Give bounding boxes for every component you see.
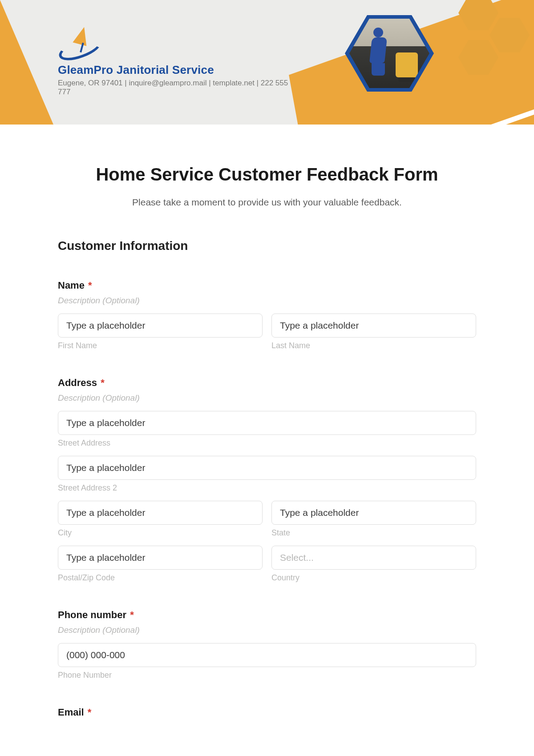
field-address: Address * Description (Optional) Street … bbox=[58, 377, 476, 583]
section-customer-info: Customer Information bbox=[58, 239, 476, 253]
street-address-input[interactable] bbox=[58, 411, 476, 435]
street-address-2-input[interactable] bbox=[58, 456, 476, 480]
city-input[interactable] bbox=[58, 501, 263, 525]
address-description: Description (Optional) bbox=[58, 393, 476, 403]
janitor-figure-icon bbox=[364, 28, 387, 76]
postal-zip-input[interactable] bbox=[58, 546, 263, 570]
brand-name: GleamPro Janitorial Service bbox=[58, 63, 289, 77]
last-name-input[interactable] bbox=[271, 314, 476, 338]
brand-contact: Eugene, OR 97401 | inquire@gleampro.mail… bbox=[58, 79, 289, 97]
form-page: Home Service Customer Feedback Form Plea… bbox=[0, 125, 534, 736]
header: GleamPro Janitorial Service Eugene, OR 9… bbox=[0, 0, 534, 125]
postal-zip-sublabel: Postal/Zip Code bbox=[58, 573, 263, 583]
phone-number-sublabel: Phone Number bbox=[58, 671, 476, 680]
name-label-text: Name bbox=[58, 280, 85, 291]
name-label: Name * bbox=[58, 280, 476, 291]
field-email: Email * bbox=[58, 707, 476, 718]
hero-hex bbox=[338, 9, 441, 98]
street-address-2-sublabel: Street Address 2 bbox=[58, 483, 476, 493]
state-sublabel: State bbox=[271, 528, 476, 538]
required-mark: * bbox=[101, 377, 105, 388]
country-select[interactable]: Select... bbox=[271, 546, 476, 570]
page-title: Home Service Customer Feedback Form bbox=[58, 165, 476, 185]
header-graphic-left bbox=[0, 0, 53, 125]
name-description: Description (Optional) bbox=[58, 296, 476, 306]
country-select-placeholder: Select... bbox=[280, 552, 314, 563]
phone-description: Description (Optional) bbox=[58, 625, 476, 635]
country-sublabel: Country bbox=[271, 573, 476, 583]
required-mark: * bbox=[130, 609, 134, 620]
state-input[interactable] bbox=[271, 501, 476, 525]
email-label-text: Email bbox=[58, 707, 84, 718]
phone-label: Phone number * bbox=[58, 609, 476, 621]
field-phone: Phone number * Description (Optional) Ph… bbox=[58, 609, 476, 680]
brand-block: GleamPro Janitorial Service Eugene, OR 9… bbox=[58, 27, 289, 97]
city-sublabel: City bbox=[58, 528, 263, 538]
street-address-sublabel: Street Address bbox=[58, 438, 476, 448]
address-label-text: Address bbox=[58, 377, 97, 388]
field-name: Name * Description (Optional) First Name… bbox=[58, 280, 476, 350]
first-name-input[interactable] bbox=[58, 314, 263, 338]
page-subtitle: Please take a moment to provide us with … bbox=[58, 197, 476, 208]
required-mark: * bbox=[88, 280, 92, 291]
required-mark: * bbox=[88, 707, 92, 718]
cleaning-cart-icon bbox=[396, 52, 418, 77]
address-label: Address * bbox=[58, 377, 476, 389]
brand-logo bbox=[58, 27, 107, 58]
first-name-sublabel: First Name bbox=[58, 341, 263, 350]
last-name-sublabel: Last Name bbox=[271, 341, 476, 350]
email-label: Email * bbox=[58, 707, 476, 718]
phone-label-text: Phone number bbox=[58, 609, 126, 620]
phone-number-input[interactable] bbox=[58, 643, 476, 667]
